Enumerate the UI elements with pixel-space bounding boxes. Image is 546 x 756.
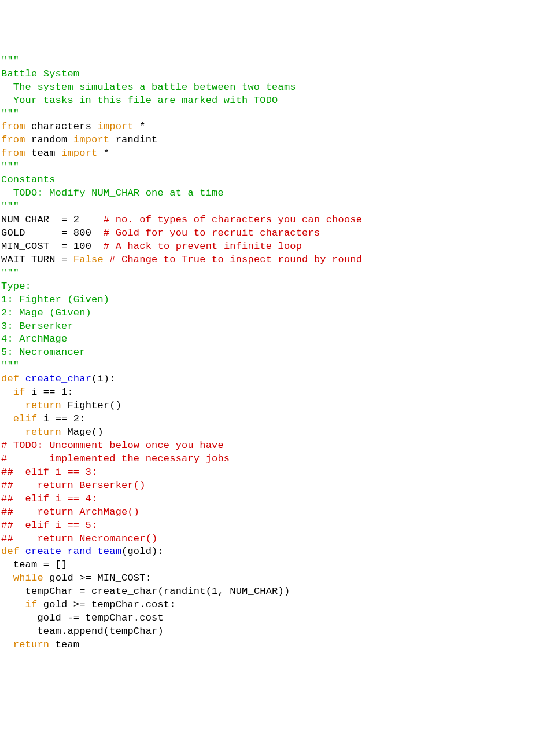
code-token: GOLD = xyxy=(1,227,73,238)
code-token: Constants xyxy=(1,174,56,185)
code-token: (gold): xyxy=(121,546,164,557)
code-token: from xyxy=(1,148,25,159)
code-line: ## elif i == 5: xyxy=(1,519,545,533)
code-line: Battle System xyxy=(1,68,545,81)
code-line: Type: xyxy=(1,280,545,293)
code-token xyxy=(19,373,25,384)
code-token: return xyxy=(13,639,49,650)
code-token: team = [] xyxy=(1,559,67,570)
code-token xyxy=(91,227,104,238)
code-token xyxy=(1,427,25,438)
code-line: def create_rand_team(gold): xyxy=(1,545,545,559)
code-token: 4: ArchMage xyxy=(1,333,67,344)
code-line: return team xyxy=(1,638,545,652)
code-line: from characters import * xyxy=(1,120,545,134)
code-token: ## return Berserker() xyxy=(1,480,146,491)
code-token: The system simulates a battle between tw… xyxy=(1,82,296,93)
code-token xyxy=(1,400,25,411)
code-line: """ xyxy=(1,108,545,121)
code-token: ## elif i == 3: xyxy=(1,467,97,478)
code-line: 4: ArchMage xyxy=(1,333,545,346)
code-token: gold -= tempChar.cost xyxy=(1,612,164,623)
code-token: tempChar = create_char(randint( xyxy=(1,586,212,597)
code-line: """ xyxy=(1,200,545,214)
code-token xyxy=(91,241,104,252)
code-token: False xyxy=(73,254,104,265)
code-token: """ xyxy=(1,201,19,212)
code-token: TODO: Modify NUM_CHAR one at a time xyxy=(1,188,224,199)
code-token: while xyxy=(13,572,43,583)
code-token: import xyxy=(97,121,133,132)
code-line: gold -= tempChar.cost xyxy=(1,612,545,625)
code-line: TODO: Modify NUM_CHAR one at a time xyxy=(1,187,545,200)
code-line: 1: Fighter (Given) xyxy=(1,293,545,307)
code-token: team xyxy=(25,148,61,159)
code-line: MIN_COST = 100 # A hack to prevent infin… xyxy=(1,240,545,254)
code-token: return xyxy=(25,427,61,438)
code-token: create_char xyxy=(25,373,91,384)
code-token: 2 xyxy=(73,413,79,424)
code-token xyxy=(1,639,13,650)
code-token: ## return Necromancer() xyxy=(1,533,157,544)
code-token: : xyxy=(67,387,73,398)
code-token: """ xyxy=(1,55,19,66)
code-line: """ xyxy=(1,267,545,280)
code-token: """ xyxy=(1,360,19,371)
code-line: if gold >= tempChar.cost: xyxy=(1,599,545,612)
code-token: 100 xyxy=(73,241,91,252)
code-token: Type: xyxy=(1,281,31,292)
code-token: if xyxy=(13,387,25,398)
code-token: i == xyxy=(25,387,61,398)
code-token: # Gold for you to recruit characters xyxy=(104,227,320,238)
code-token: import xyxy=(61,148,97,159)
code-line: # TODO: Uncomment below once you have xyxy=(1,439,545,453)
code-token: Fighter() xyxy=(61,400,121,411)
code-token: WAIT_TURN = xyxy=(1,254,73,265)
code-token: 1: Fighter (Given) xyxy=(1,294,109,305)
code-block: """Battle System The system simulates a … xyxy=(1,54,545,652)
code-line: """ xyxy=(1,160,545,174)
code-token: # A hack to prevent infinite loop xyxy=(104,241,302,252)
code-token: gold >= tempChar.cost: xyxy=(37,599,175,610)
code-line: return Fighter() xyxy=(1,399,545,413)
code-line: 3: Berserker xyxy=(1,320,545,333)
code-line: 2: Mage (Given) xyxy=(1,307,545,320)
code-token: ## elif i == 5: xyxy=(1,520,97,531)
code-line: GOLD = 800 # Gold for you to recruit cha… xyxy=(1,227,545,240)
code-token: NUM_CHAR = xyxy=(1,214,73,225)
code-token: gold >= MIN_COST: xyxy=(43,572,152,583)
code-token: Your tasks in this file are marked with … xyxy=(1,95,278,106)
code-token: def xyxy=(1,546,19,557)
code-token: i == xyxy=(37,413,73,424)
code-token xyxy=(19,546,25,557)
code-token: (i): xyxy=(91,373,116,384)
code-token: # Change to True to inspect round by rou… xyxy=(109,254,362,265)
code-token: * xyxy=(97,148,109,159)
code-token: """ xyxy=(1,108,19,119)
code-token: 800 xyxy=(73,227,91,238)
code-line: 5: Necromancer xyxy=(1,346,545,359)
code-token: ## elif i == 4: xyxy=(1,493,97,504)
code-token: MIN_COST = xyxy=(1,241,73,252)
code-line: ## return ArchMage() xyxy=(1,506,545,519)
code-token: characters xyxy=(25,121,98,132)
code-line: WAIT_TURN = False # Change to True to in… xyxy=(1,254,545,267)
code-token: 1 xyxy=(61,387,67,398)
code-token: def xyxy=(1,373,19,384)
code-line: from random import randint xyxy=(1,134,545,147)
code-token: random xyxy=(25,134,73,145)
code-token: """ xyxy=(1,267,19,278)
code-line: tempChar = create_char(randint(1, NUM_CH… xyxy=(1,585,545,599)
code-token: if xyxy=(25,599,38,610)
code-token: from xyxy=(1,121,25,132)
code-line: ## elif i == 3: xyxy=(1,466,545,479)
code-token: team.append(tempChar) xyxy=(1,626,164,637)
code-token: elif xyxy=(13,413,38,424)
code-token: # no. of types of characters you can cho… xyxy=(104,214,362,225)
code-token xyxy=(79,214,104,225)
code-token: 2 xyxy=(73,214,79,225)
code-line: from team import * xyxy=(1,147,545,160)
code-line: # implemented the necessary jobs xyxy=(1,453,545,466)
code-token: import xyxy=(73,134,109,145)
code-line: if i == 1: xyxy=(1,386,545,399)
